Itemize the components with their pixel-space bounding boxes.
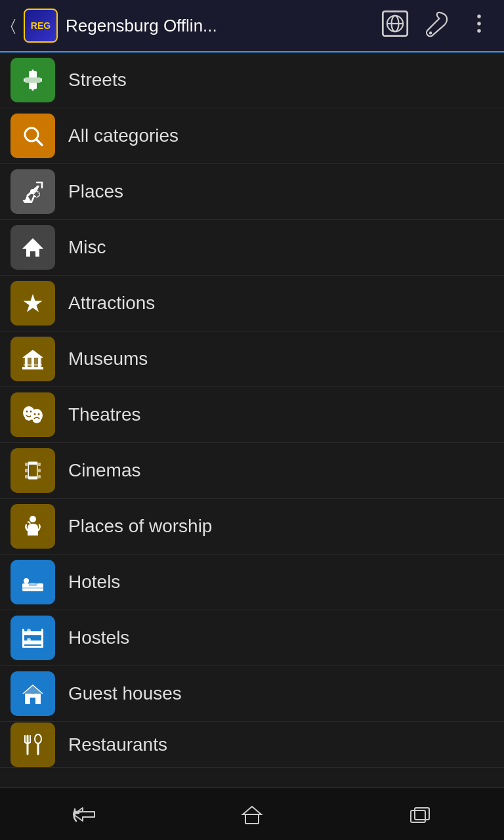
all-categories-label: All categories: [68, 125, 178, 146]
cinemas-label: Cinemas: [68, 460, 140, 481]
theatres-icon: [10, 392, 55, 437]
svg-point-71: [29, 640, 37, 643]
places-label: Places: [68, 181, 123, 202]
restaurants-icon: [10, 723, 55, 767]
bottom-navigation: [0, 788, 504, 840]
svg-rect-75: [30, 698, 35, 704]
places-icon: [10, 169, 55, 214]
svg-rect-50: [29, 465, 37, 476]
svg-rect-66: [41, 629, 43, 647]
list-item-guest-houses[interactable]: Guest houses: [0, 666, 504, 722]
cinemas-icon: [10, 448, 55, 493]
svg-rect-84: [411, 810, 425, 822]
svg-rect-24: [30, 251, 35, 257]
wrench-icon[interactable]: [423, 9, 452, 43]
worship-label: Places of worship: [68, 516, 212, 537]
svg-point-37: [26, 411, 28, 413]
list-item-all-categories[interactable]: All categories: [0, 108, 504, 164]
svg-point-61: [28, 583, 38, 587]
museums-icon: [10, 337, 55, 381]
list-item-theatres[interactable]: Theatres: [0, 387, 504, 443]
svg-point-6: [477, 22, 481, 26]
svg-point-69: [29, 631, 37, 634]
misc-label: Misc: [68, 237, 106, 258]
svg-point-54: [30, 516, 36, 522]
restaurants-label: Restaurants: [68, 734, 167, 755]
list-item-streets[interactable]: Streets: [0, 52, 504, 108]
attractions-label: Attractions: [68, 293, 155, 314]
app-logo: REG: [24, 9, 58, 43]
worship-icon: [10, 504, 55, 549]
svg-point-7: [477, 29, 481, 33]
svg-point-38: [30, 411, 32, 413]
svg-rect-67: [22, 646, 43, 648]
svg-rect-83: [415, 808, 429, 820]
svg-rect-34: [24, 364, 42, 366]
svg-point-39: [31, 409, 43, 422]
streets-icon: [10, 58, 55, 102]
svg-rect-28: [22, 367, 43, 369]
hotels-label: Hotels: [68, 572, 120, 593]
streets-label: Streets: [68, 70, 127, 91]
home-button[interactable]: [226, 798, 278, 831]
theatres-label: Theatres: [68, 404, 141, 425]
list-item-restaurants[interactable]: Restaurants: [0, 722, 504, 768]
svg-rect-65: [22, 629, 24, 647]
header-back-button[interactable]: 〈: [10, 16, 16, 35]
list-item-hostels[interactable]: Hostels: [0, 610, 504, 666]
globe-icon[interactable]: [381, 9, 410, 43]
svg-rect-60: [22, 587, 43, 589]
list-item-places-of-worship[interactable]: Places of worship: [0, 499, 504, 555]
hostels-icon: [10, 616, 55, 660]
header: 〈 REG Regensburg Offlin...: [0, 0, 504, 52]
more-options-icon[interactable]: [465, 9, 494, 43]
list-item-places[interactable]: Places: [0, 164, 504, 220]
misc-icon: [10, 225, 55, 270]
back-button[interactable]: [58, 798, 110, 831]
list-item-cinemas[interactable]: Cinemas: [0, 443, 504, 499]
hotels-icon: [10, 560, 55, 604]
list-item-attractions[interactable]: Attractions: [0, 276, 504, 331]
list-item-misc[interactable]: Misc: [0, 220, 504, 276]
recents-button[interactable]: [394, 798, 446, 831]
hostels-label: Hostels: [68, 627, 129, 648]
svg-rect-82: [245, 814, 259, 824]
svg-rect-12: [25, 77, 41, 83]
museums-label: Museums: [68, 348, 148, 369]
svg-point-40: [34, 413, 36, 415]
header-actions: [381, 9, 494, 43]
all-categories-icon: [10, 114, 55, 158]
guesthouse-label: Guest houses: [68, 683, 182, 704]
guesthouse-icon: [10, 671, 55, 716]
category-list: Streets All categories: [0, 52, 504, 788]
list-item-hotels[interactable]: Hotels: [0, 555, 504, 610]
svg-rect-52: [38, 461, 41, 480]
svg-rect-78: [20, 732, 46, 758]
attractions-icon: [10, 281, 55, 326]
header-title: Regensburg Offlin...: [66, 16, 373, 36]
svg-point-59: [24, 578, 29, 583]
svg-point-4: [429, 32, 432, 34]
svg-rect-51: [25, 461, 28, 480]
svg-point-41: [38, 413, 40, 415]
svg-point-5: [477, 14, 481, 18]
list-item-museums[interactable]: Museums: [0, 331, 504, 387]
